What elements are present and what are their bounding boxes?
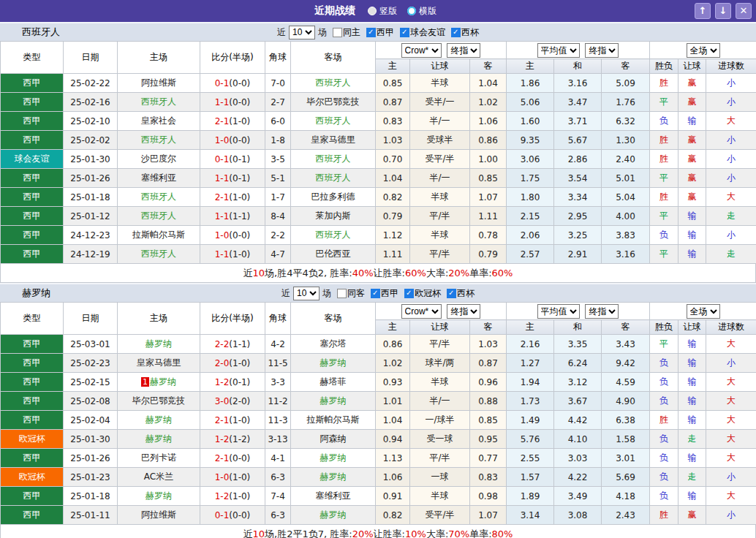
summary-text: 10 <box>253 268 265 279</box>
laliga-label: 西甲 <box>377 26 394 39</box>
away-odds: 1.00 <box>470 150 507 169</box>
avg-lose-odds: 3.43 <box>602 335 650 354</box>
home-team: 赫罗纳 <box>118 487 200 506</box>
result-wdl: 负 <box>650 373 678 392</box>
result-handicap: 赢 <box>678 169 706 188</box>
summary-text: 场,胜4平4负2, 胜率: <box>265 267 352 280</box>
away-team: 塞尔塔 <box>291 335 376 354</box>
away-team: 西班牙人 <box>291 112 376 131</box>
avg-win-odds: 3.06 <box>507 150 554 169</box>
match-date: 25-01-30 <box>64 150 118 169</box>
away-odds: 0.85 <box>470 169 507 188</box>
avg-stage-select[interactable]: 终指 <box>585 304 619 319</box>
away-team: 赫塔菲 <box>291 373 376 392</box>
league-badge: 西甲 <box>1 188 64 207</box>
result-goals: 走 <box>706 245 756 264</box>
vertical-radio-icon[interactable] <box>368 7 377 15</box>
result-wdl: 平 <box>650 93 678 112</box>
cup-checkbox[interactable] <box>447 289 456 298</box>
col-corner-header: 角球 <box>265 303 291 335</box>
matches-label: 场 <box>322 287 331 300</box>
score: 1-1(0-0) <box>200 93 265 112</box>
avg-select[interactable]: 平均值 <box>537 304 580 319</box>
bookmaker-select[interactable]: Crow* <box>401 43 442 58</box>
avg-win-odds: 1.27 <box>507 354 554 373</box>
away-team: 拉斯帕尔马斯 <box>291 411 376 430</box>
handicap: 受平/半 <box>410 506 470 525</box>
match-count-select[interactable]: 10 <box>289 26 315 39</box>
close-button[interactable]: ✕ <box>736 3 752 19</box>
avg-stage-select[interactable]: 终指 <box>585 43 619 58</box>
result-wdl: 负 <box>650 449 678 468</box>
score: 2-1(0-0) <box>200 449 265 468</box>
match-date: 25-01-23 <box>64 468 118 487</box>
avg-win-odds: 1.49 <box>507 411 554 430</box>
scope-select[interactable]: 全场 <box>687 43 720 58</box>
score: 1-1(0-1) <box>200 169 265 188</box>
corners: 3-5 <box>265 150 291 169</box>
home-odds: 0.82 <box>376 188 410 207</box>
result-handicap: 输 <box>678 335 706 354</box>
avg-win-odds: 2.57 <box>507 245 554 264</box>
league-badge: 西甲 <box>1 93 64 112</box>
away-team: 西班牙人 <box>291 169 376 188</box>
avg-draw-odds: 3.12 <box>554 373 602 392</box>
corners: 11-5 <box>265 354 291 373</box>
home-odds: 0.93 <box>376 373 410 392</box>
result-handicap: 走 <box>678 430 706 449</box>
handicap: 平/半 <box>410 335 470 354</box>
summary-text: 10 <box>253 528 265 538</box>
score: 1-0(0-0) <box>200 226 265 245</box>
home-team: 赫罗纳 <box>118 430 200 449</box>
scroll-down-button[interactable]: ↓ <box>715 3 731 19</box>
result-wdl: 平 <box>650 335 678 354</box>
avg-draw-odds: 3.25 <box>554 226 602 245</box>
laliga-label: 西甲 <box>381 287 398 300</box>
avg-lose-odds: 3.83 <box>602 226 650 245</box>
handicap: 球半/两 <box>410 354 470 373</box>
avg-lose-odds: 6.32 <box>602 112 650 131</box>
laliga-checkbox[interactable] <box>371 289 380 298</box>
cup-checkbox[interactable] <box>451 28 461 37</box>
team-name: 西班牙人 <box>22 26 60 39</box>
match-row: 西甲25-01-12西班牙人1-1(1-1)8-4莱加内斯0.79平/半1.11… <box>1 207 756 226</box>
home-team: 阿拉维斯 <box>118 74 200 93</box>
sub-handicap: 让球 <box>410 59 470 74</box>
summary-text: 近 <box>243 528 253 538</box>
same-venue-checkbox[interactable] <box>337 289 347 298</box>
avg-lose-odds: 6.38 <box>602 411 650 430</box>
avg-lose-odds: 9.42 <box>602 354 650 373</box>
same-venue-checkbox[interactable] <box>333 28 342 37</box>
league-badge: 西甲 <box>1 112 64 131</box>
scroll-up-button[interactable]: ↑ <box>695 3 711 19</box>
ucl-checkbox[interactable] <box>404 289 414 298</box>
result-handicap: 输 <box>678 245 706 264</box>
avg-select[interactable]: 平均值 <box>537 43 580 58</box>
home-team: 阿拉维斯 <box>118 506 200 525</box>
friendly-checkbox[interactable] <box>400 28 409 37</box>
result-handicap: 赢 <box>678 74 706 93</box>
avg-win-odds: 1.80 <box>507 188 554 207</box>
horizontal-radio-icon[interactable] <box>407 7 416 15</box>
odds-stage-select[interactable]: 终指 <box>447 43 480 58</box>
match-date: 25-01-12 <box>64 207 118 226</box>
avg-lose-odds: 2.43 <box>602 506 650 525</box>
avg-draw-odds: 6.24 <box>554 354 602 373</box>
result-goals: 大 <box>706 487 756 506</box>
match-count-select[interactable]: 10 <box>293 287 320 300</box>
results-table-espanyol: 类型 日期 主场 比分(半场) 角球 客场 Crow* 终指 平均值 终指 全场 <box>0 41 756 264</box>
scope-select[interactable]: 全场 <box>687 304 720 319</box>
layout-vertical-option[interactable]: 竖版 <box>368 5 397 18</box>
filter-controls: 近 10 场 同主 西甲 球会友谊 西杯 <box>277 26 479 39</box>
layout-horizontal-option[interactable]: 横版 <box>407 5 436 18</box>
home-odds: 1.04 <box>376 169 410 188</box>
result-goals: 大 <box>706 335 756 354</box>
avg-win-odds: 2.55 <box>507 449 554 468</box>
sub-asian: 让球 <box>678 320 706 335</box>
sub-avg-win: 主 <box>507 320 554 335</box>
bookmaker-select[interactable]: Crow* <box>401 304 442 319</box>
odds-stage-select[interactable]: 终指 <box>447 304 480 319</box>
result-handicap: 赢 <box>678 93 706 112</box>
col-type-header: 类型 <box>1 303 64 335</box>
laliga-checkbox[interactable] <box>366 28 376 37</box>
